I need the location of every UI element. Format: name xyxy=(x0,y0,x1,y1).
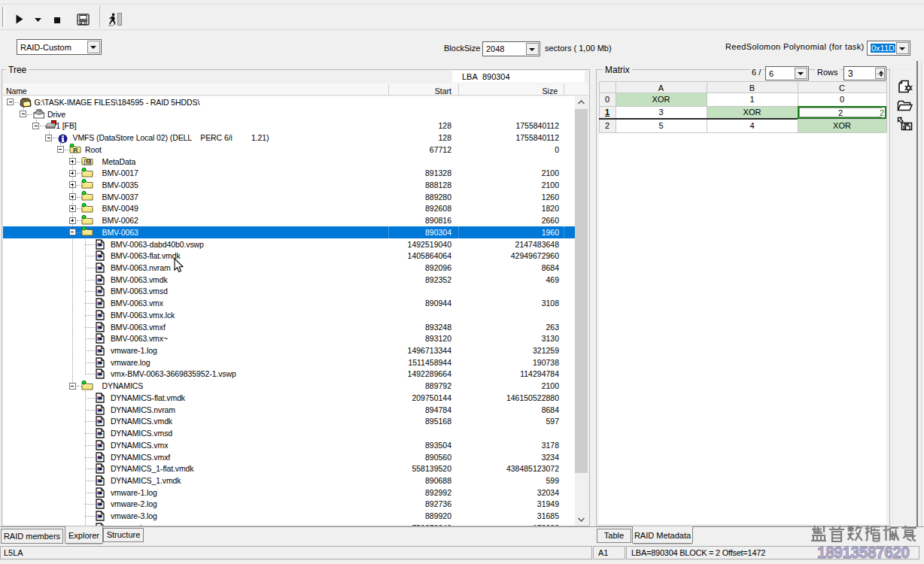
svg-text:R: R xyxy=(73,147,78,154)
svg-text:M: M xyxy=(86,159,91,165)
